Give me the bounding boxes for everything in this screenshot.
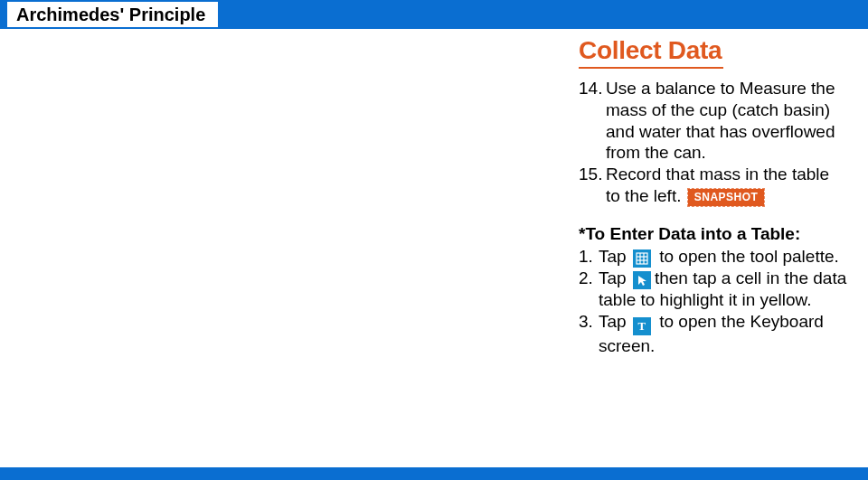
howto-step-number: 3.	[579, 311, 599, 356]
text-icon-glyph: T	[638, 320, 646, 332]
howto-step-number: 2.	[579, 268, 599, 311]
page-title: Archimedes' Principle	[7, 2, 218, 27]
text-part: to open the tool palette.	[655, 247, 839, 266]
step-15: 15. Record that mass in the table to the…	[579, 164, 848, 207]
howto-step-2: 2. Tap then tap a cell in the data table…	[579, 268, 848, 311]
step-14: 14. Use a balance to Measure the mass of…	[579, 78, 848, 164]
cursor-icon[interactable]	[633, 271, 651, 289]
numbered-steps: 14. Use a balance to Measure the mass of…	[579, 78, 848, 207]
howto-step-text: Tap then tap a cell in the data table to…	[599, 268, 848, 311]
howto-step-text: Tap T to open the Keyboard screen.	[599, 311, 848, 356]
section-heading: Collect Data	[579, 36, 723, 69]
step-text: Record that mass in the table to the lef…	[606, 164, 848, 207]
howto-step-number: 1.	[579, 246, 599, 268]
bottombar	[0, 467, 868, 480]
svg-rect-0	[637, 253, 647, 264]
topbar: Archimedes' Principle	[0, 0, 868, 29]
step-number: 15.	[579, 164, 606, 207]
text-part: Tap	[599, 268, 631, 287]
text-part: Tap	[599, 247, 631, 266]
text-icon[interactable]: T	[633, 317, 651, 335]
grid-icon[interactable]	[633, 249, 651, 268]
snapshot-badge[interactable]: SNAPSHOT	[688, 189, 765, 206]
step-number: 14.	[579, 78, 606, 164]
text-part: Tap	[599, 312, 631, 331]
howto-step-text: Tap to open the tool palette.	[599, 246, 848, 268]
howto-block: *To Enter Data into a Table: 1. Tap to o…	[579, 223, 848, 357]
howto-step-3: 3. Tap T to open the Keyboard screen.	[579, 311, 848, 356]
content-column: Collect Data 14. Use a balance to Measur…	[579, 36, 859, 356]
svg-marker-5	[638, 276, 646, 286]
howto-heading: *To Enter Data into a Table:	[579, 223, 848, 245]
howto-step-1: 1. Tap to open the tool palette.	[579, 246, 848, 268]
step-text: Use a balance to Measure the mass of the…	[606, 78, 848, 164]
